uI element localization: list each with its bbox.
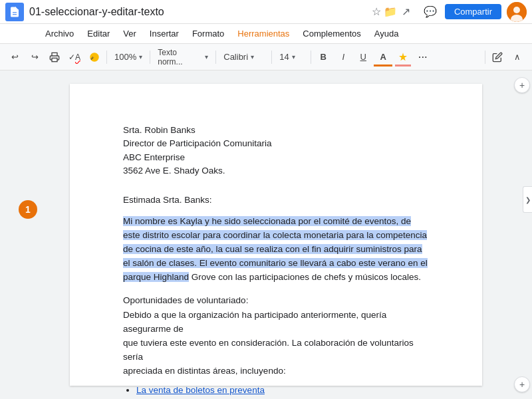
star-icon[interactable]: ☆ (372, 5, 381, 18)
chat-icon[interactable]: 💬 (421, 3, 440, 21)
collapse-panel-button[interactable]: ❯ (523, 186, 532, 213)
collapse-toolbar-button[interactable]: ∧ (508, 48, 527, 66)
svg-point-3 (513, 7, 520, 13)
salutation: Estimada Srta. Banks: (123, 194, 429, 207)
add-comment-bottom-button[interactable]: + (514, 376, 530, 392)
para2-line1: Debido a que la organización ha particip… (123, 310, 386, 334)
menu-ayuda[interactable]: Ayuda (369, 27, 404, 40)
separator-1 (106, 51, 107, 64)
bold-button[interactable]: B (314, 48, 332, 66)
bullet-1-text: La venta de boletos en preventa (136, 385, 265, 395)
address-line-1: Srta. Robin Banks (123, 124, 429, 137)
paragraph-end: Grove con las participaciones de chefs y… (189, 272, 421, 282)
menu-ver[interactable]: Ver (118, 27, 142, 40)
menu-insertar[interactable]: Insertar (144, 27, 184, 40)
zoom-dropdown[interactable]: 100% ▾ (110, 48, 147, 66)
bullet-item-1: La venta de boletos en preventa (136, 384, 429, 398)
separator-6 (485, 51, 485, 64)
spellcheck-button[interactable]: ✓A (65, 48, 84, 66)
avatar[interactable] (507, 2, 527, 22)
add-comment-top-button[interactable]: + (514, 77, 530, 93)
more-options-button[interactable]: ··· (414, 48, 432, 66)
body-paragraph-1: Mi nombre es Kayla y he sido seleccionad… (123, 215, 429, 285)
address-block: Srta. Robin Banks Director de Participac… (123, 124, 429, 178)
underline-button[interactable]: U (354, 48, 372, 66)
menu-editar[interactable]: Editar (82, 27, 115, 40)
address-line-3: ABC Enterprise (123, 151, 429, 164)
section-header: Oportunidades de voluntariado: (123, 294, 429, 307)
font-dropdown[interactable]: Calibri ▾ (219, 48, 269, 66)
para2-line3: apreciada en distintas áreas, incluyendo… (123, 366, 286, 376)
font-color-button[interactable]: A (374, 48, 392, 66)
address-line-4: 3562 Ave E. Shady Oaks. (123, 164, 429, 178)
docs-icon (5, 3, 24, 21)
menu-archivo[interactable]: Archivo (40, 27, 79, 40)
menu-complementos[interactable]: Complementos (297, 27, 366, 40)
address-line-2: Director de Participación Comunitaria (123, 137, 429, 150)
pencil-button[interactable] (488, 48, 507, 66)
redo-button[interactable]: ↪ (25, 48, 44, 66)
print-button[interactable] (45, 48, 64, 66)
highlight-button[interactable] (394, 48, 412, 66)
step-badge-1: 1 (19, 200, 37, 219)
menu-herramientas[interactable]: Herramientas (232, 27, 295, 40)
menu-formato[interactable]: Formato (187, 27, 229, 40)
titlebar: 01-seleccionar-y-editar-texto ☆ 📁 ↗ 💬 Co… (0, 0, 532, 24)
size-dropdown[interactable]: 14 ▾ (275, 48, 308, 66)
left-margin: 1 (0, 70, 40, 399)
separator-3 (215, 51, 216, 64)
folder-icon[interactable]: 📁 (384, 5, 397, 18)
separator-2 (150, 51, 150, 64)
separator-4 (271, 51, 272, 64)
undo-button[interactable]: ↩ (5, 48, 24, 66)
bullet-list: La venta de boletos en preventa La coloc… (136, 384, 429, 399)
doc-page: Srta. Robin Banks Director de Participac… (70, 84, 482, 386)
doc-wrapper[interactable]: Srta. Robin Banks Director de Participac… (40, 70, 512, 399)
paint-format-button[interactable] (85, 48, 104, 66)
style-dropdown[interactable]: Texto norm... ▾ (153, 48, 213, 66)
editor-area: 1 Srta. Robin Banks Director de Particip… (0, 70, 532, 399)
menubar: Archivo Editar Ver Insertar Formato Herr… (0, 24, 532, 44)
para2-line2: que tuviera este evento en consideración… (123, 338, 414, 362)
top-right-icons: ↗ 💬 Compartir (397, 2, 527, 22)
body-paragraph-2: Debido a que la organización ha particip… (123, 309, 429, 378)
separator-5 (311, 51, 311, 64)
svg-rect-5 (52, 58, 57, 61)
share-button[interactable]: Compartir (445, 4, 501, 19)
right-margin: + + (512, 70, 532, 399)
italic-button[interactable]: I (334, 48, 352, 66)
toolbar: ↩ ↪ ✓A 100% ▾ Texto norm... ▾ Calibri ▾ … (0, 44, 532, 70)
trending-icon[interactable]: ↗ (397, 3, 416, 21)
doc-title[interactable]: 01-seleccionar-y-editar-texto (29, 6, 366, 18)
